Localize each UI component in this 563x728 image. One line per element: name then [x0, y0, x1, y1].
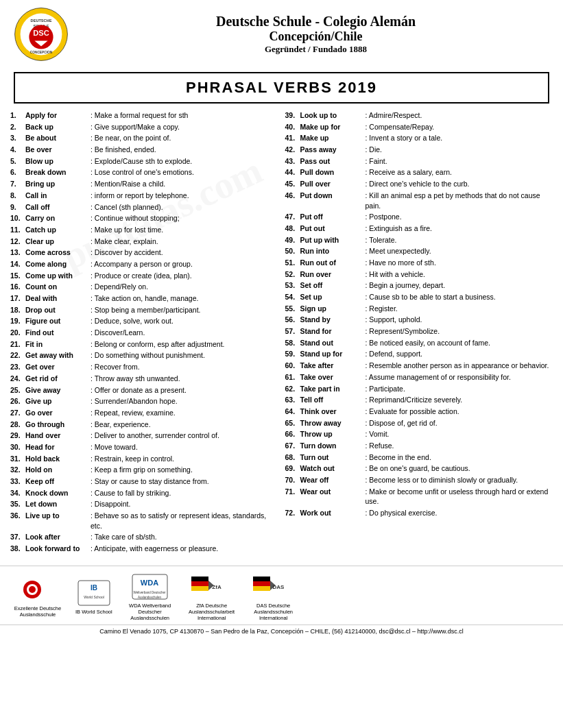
verb-number: 52. — [285, 269, 300, 280]
verb-number: 9. — [10, 202, 25, 213]
list-item: 10.Carry on: Continue without stopping; — [10, 213, 278, 223]
verb-phrase: Figure out — [25, 316, 91, 326]
verb-number: 2. — [10, 122, 25, 132]
verb-phrase: Carry on — [25, 213, 91, 223]
list-item: 66.Throw up: Vomit. — [285, 429, 553, 439]
logo-zfa: ZfA ZfA Deutsche Auslandsschularbeit Int… — [188, 573, 236, 621]
list-item: 49.Put up with: Tolerate. — [285, 235, 553, 245]
verb-phrase: Keep off — [25, 476, 91, 487]
verb-number: 1. — [10, 110, 25, 121]
verb-definition: : Surrender/Abandon hope. — [91, 396, 278, 407]
list-item: 19.Figure out: Deduce, solve, work out. — [10, 316, 278, 326]
verb-phrase: Take part in — [300, 384, 366, 394]
verb-number: 24. — [10, 374, 25, 384]
verb-number: 51. — [285, 258, 300, 268]
logo-ib: IB World School IB World School — [75, 579, 112, 615]
verb-number: 3. — [10, 133, 25, 143]
verb-definition: : Be finished, ended. — [91, 145, 278, 155]
verb-phrase: Go over — [25, 408, 91, 418]
verb-definition: : Move toward. — [91, 442, 278, 452]
verb-phrase: Come across — [25, 247, 91, 258]
list-item: 61.Take over: Assume management of or re… — [285, 372, 553, 383]
list-item: 48.Put out: Extinguish as a fire. — [285, 223, 553, 234]
list-item: 17.Deal with: Take action on, handle, ma… — [10, 293, 278, 304]
verb-phrase: Run over — [300, 269, 366, 280]
verb-definition: : Die. — [366, 145, 553, 155]
list-item: 20.Find out: Discover/Learn. — [10, 328, 278, 338]
verb-phrase: Get rid of — [25, 374, 91, 384]
verb-phrase: Stand for — [300, 326, 366, 337]
verb-definition: : Disappoint. — [91, 499, 278, 509]
list-item: 56.Stand by: Support, uphold. — [285, 315, 553, 325]
verb-definition: : Receive as a salary, earn. — [366, 167, 553, 178]
verb-number: 28. — [10, 420, 25, 430]
verb-phrase: Back up — [25, 122, 91, 132]
list-item: 2.Back up: Give support/Make a copy. — [10, 122, 278, 132]
verb-number: 61. — [285, 372, 300, 383]
verb-number: 50. — [285, 246, 300, 256]
verb-number: 42. — [285, 145, 300, 155]
verb-definition: : Make a formal request for sth — [91, 110, 278, 121]
verb-phrase: Stand out — [300, 338, 366, 348]
verb-definition: : Cause sb to be able to start a busines… — [366, 292, 553, 302]
verb-definition: : Postpone. — [366, 212, 553, 222]
svg-text:DSC: DSC — [33, 29, 49, 37]
verb-definition: : Throw away sth unwanted. — [91, 374, 278, 384]
verb-phrase: Look up to — [300, 110, 366, 121]
verb-definition: : Stay or cause to stay distance from. — [91, 476, 278, 487]
verb-definition: : Repeat, review, examine. — [91, 408, 278, 418]
verb-number: 59. — [285, 349, 300, 359]
verb-definition: : Continue without stopping; — [91, 213, 278, 223]
svg-text:ZfA: ZfA — [212, 584, 221, 590]
verb-phrase: Get away with — [25, 350, 91, 361]
list-item: 16.Count on: Depend/Rely on. — [10, 282, 278, 292]
svg-rect-25 — [253, 586, 270, 591]
verb-definition: : Offer or donate as a present. — [91, 385, 278, 396]
verb-phrase: Bring up — [25, 179, 91, 189]
verb-definition: : Cause to fall by striking. — [91, 488, 278, 498]
verb-phrase: Count on — [25, 282, 91, 292]
verb-number: 72. — [285, 508, 300, 518]
verb-number: 65. — [285, 418, 300, 428]
dsc-logo: DEUTSCHE SCHULE DSC CONCEPCION — [14, 7, 69, 62]
verb-phrase: Put up with — [300, 235, 366, 245]
verb-number: 7. — [10, 179, 25, 189]
logo-das: DAS DAS Deutsche Auslandsschulen Interna… — [250, 573, 298, 621]
verb-definition: : Resemble another person as in appearan… — [366, 361, 553, 371]
verb-phrase: Drop out — [25, 305, 91, 315]
verb-number: 63. — [285, 395, 300, 405]
list-item: 52.Run over: Hit with a vehicle. — [285, 269, 553, 280]
list-item: 36.Live up to: Behave so as to satisfy o… — [10, 511, 278, 531]
list-item: 71.Wear out: Make or become unfit or use… — [285, 487, 553, 507]
list-item: 24.Get rid of: Throw away sth unwanted. — [10, 374, 278, 384]
verb-phrase: Live up to — [25, 511, 91, 531]
list-item: 46.Put down: Kill an animal esp a pet by… — [285, 191, 553, 210]
verb-definition: : Be on one's guard, be cautious. — [366, 463, 553, 474]
verb-number: 37. — [10, 532, 25, 542]
verb-number: 6. — [10, 167, 25, 178]
logo-wda: WDA Weltverband Deutscher Auslandsschule… — [126, 573, 174, 621]
list-item: 53.Set off: Begin a journey, depart. — [285, 280, 553, 291]
verb-definition: : Recover from. — [91, 362, 278, 372]
list-item: 21.Fit in: Belong or conform, esp after … — [10, 339, 278, 350]
list-item: 69.Watch out: Be on one's guard, be caut… — [285, 463, 553, 474]
school-founded: Gegründet / Fundado 1888 — [82, 44, 549, 55]
list-item: 51.Run out of: Have no more of sth. — [285, 258, 553, 268]
verb-number: 55. — [285, 304, 300, 314]
verb-number: 36. — [10, 511, 25, 531]
verb-definition: : Keep a firm grip on something. — [91, 465, 278, 475]
verb-number: 35. — [10, 499, 25, 509]
verb-definition: : Give support/Make a copy. — [91, 122, 278, 132]
verb-number: 60. — [285, 361, 300, 371]
verb-phrase: Pass away — [300, 145, 366, 155]
list-item: 11.Catch up: Make up for lost time. — [10, 225, 278, 235]
verb-phrase: Look after — [25, 532, 91, 542]
verb-definition: : Reprimand/Criticize severely. — [366, 395, 553, 405]
footer-logos: Exzellente Deutsche Auslandsschule IB Wo… — [0, 566, 563, 624]
verb-definition: : Depend/Rely on. — [91, 282, 278, 292]
svg-text:IB: IB — [91, 584, 97, 592]
verb-definition: : Discover by accident. — [91, 247, 278, 258]
list-item: 23.Get over: Recover from. — [10, 362, 278, 372]
main-content: 1.Apply for: Make a formal request for s… — [0, 107, 563, 559]
verb-definition: : Direct one's vehicle to the curb. — [366, 179, 553, 189]
